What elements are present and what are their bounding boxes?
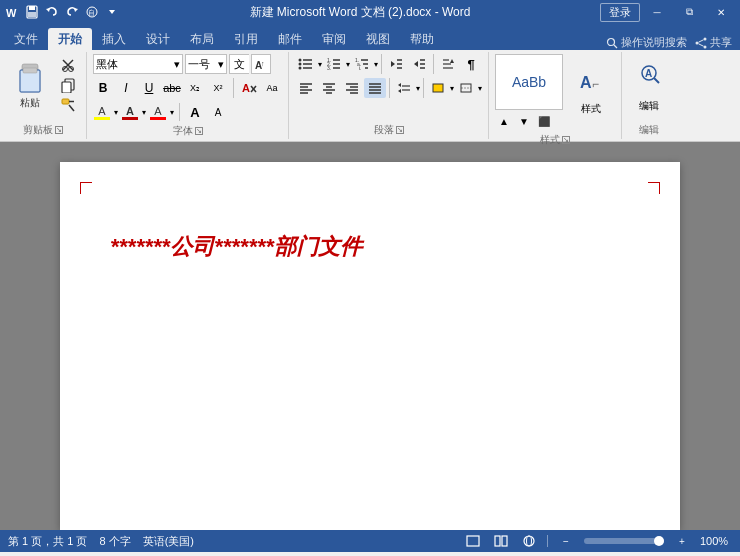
- style-scroll-up[interactable]: ▲: [495, 111, 513, 131]
- bold-button[interactable]: B: [93, 78, 113, 98]
- change-case-button[interactable]: Aa: [262, 78, 282, 98]
- close-button[interactable]: ✕: [706, 0, 736, 24]
- zoom-level[interactable]: 100%: [700, 535, 732, 547]
- zoom-in-btn[interactable]: +: [672, 533, 692, 549]
- svg-rect-27: [62, 82, 71, 93]
- style-gallery[interactable]: AaBb: [495, 54, 563, 110]
- clear-format-button[interactable]: A: [239, 78, 259, 98]
- zoom-slider[interactable]: [584, 538, 664, 544]
- svg-marker-54: [391, 61, 395, 67]
- word-icon: W: [4, 4, 20, 20]
- read-mode-btn[interactable]: [491, 533, 511, 549]
- underline-button[interactable]: U: [139, 78, 159, 98]
- title-bar: W 自 新建 Microsoft Word 文档 (2).docx - Word…: [0, 0, 740, 24]
- font-size-dropdown-icon: ▾: [218, 58, 224, 71]
- tab-view[interactable]: 视图: [356, 28, 400, 50]
- multilevel-button[interactable]: 1.a.i.: [351, 54, 373, 74]
- font-highlight-button[interactable]: A: [93, 104, 111, 121]
- save-icon[interactable]: [24, 4, 40, 20]
- styles-button[interactable]: A ⌐ 样式: [567, 62, 615, 124]
- document-page[interactable]: *******公司*******部门文件: [60, 162, 680, 530]
- highlight-dropdown[interactable]: ▾: [114, 108, 118, 117]
- font-expand[interactable]: ↘: [195, 127, 203, 135]
- style-expand[interactable]: ⬛: [535, 111, 553, 131]
- shrink-font-button[interactable]: A: [208, 102, 228, 122]
- line-spacing-dropdown[interactable]: ▾: [416, 84, 420, 93]
- undo-icon[interactable]: [44, 4, 60, 20]
- font-color-dropdown[interactable]: ▾: [142, 108, 146, 117]
- numbering-dropdown[interactable]: ▾: [346, 60, 350, 69]
- zoom-thumb[interactable]: [654, 536, 664, 546]
- style-scroll-down[interactable]: ▼: [515, 111, 533, 131]
- tab-review[interactable]: 审阅: [312, 28, 356, 50]
- copy-button[interactable]: [56, 76, 80, 95]
- font-name-select[interactable]: 黑体 ▾: [93, 54, 183, 74]
- svg-line-15: [699, 39, 704, 41]
- clipboard-expand[interactable]: ↘: [55, 126, 63, 134]
- format-painter-button[interactable]: [56, 96, 80, 115]
- decrease-indent-button[interactable]: [385, 54, 407, 74]
- document-title[interactable]: *******公司*******部门文件: [110, 232, 630, 262]
- tab-references[interactable]: 引用: [224, 28, 268, 50]
- text-color-button[interactable]: A: [149, 104, 167, 121]
- paste-button[interactable]: 粘贴: [6, 54, 54, 116]
- svg-marker-65: [450, 59, 454, 63]
- web-layout-btn[interactable]: [519, 533, 539, 549]
- clipboard-small-btns: [56, 56, 80, 115]
- language[interactable]: 英语(美国): [143, 534, 194, 549]
- font-size-up-button[interactable]: A↑: [251, 54, 271, 74]
- shading-button[interactable]: [427, 78, 449, 98]
- redo-icon[interactable]: [64, 4, 80, 20]
- search-icon[interactable]: 操作说明搜索: [606, 35, 687, 50]
- tab-home[interactable]: 开始: [48, 28, 92, 50]
- editing-button[interactable]: A 编辑: [628, 57, 670, 119]
- font-color-row: A ▾ A ▾ A ▾ A A: [93, 102, 228, 122]
- align-right-button[interactable]: [341, 78, 363, 98]
- tab-help[interactable]: 帮助: [400, 28, 444, 50]
- font-name-dropdown-icon: ▾: [174, 58, 180, 71]
- restore-button[interactable]: ⧉: [674, 0, 704, 24]
- increase-indent-button[interactable]: [408, 54, 430, 74]
- line-spacing-button[interactable]: [393, 78, 415, 98]
- status-bar: 第 1 页，共 1 页 8 个字 英语(美国) − + 100%: [0, 530, 740, 552]
- italic-button[interactable]: I: [116, 78, 136, 98]
- tab-mailings[interactable]: 邮件: [268, 28, 312, 50]
- styles-content: AaBb ▲ ▼ ⬛ A ⌐ 样式: [495, 54, 615, 131]
- align-center-button[interactable]: [318, 78, 340, 98]
- cut-button[interactable]: [56, 56, 80, 75]
- grow-font-button[interactable]: A: [185, 102, 205, 122]
- wen-button[interactable]: 文: [229, 54, 249, 74]
- styles-expand[interactable]: ↘: [562, 136, 570, 144]
- justify-button[interactable]: [364, 78, 386, 98]
- tab-file[interactable]: 文件: [4, 28, 48, 50]
- multilevel-dropdown[interactable]: ▾: [374, 60, 378, 69]
- tab-layout[interactable]: 布局: [180, 28, 224, 50]
- font-size-select[interactable]: 一号 ▾: [185, 54, 227, 74]
- char-count: 8 个字: [99, 534, 130, 549]
- customize-icon[interactable]: [104, 4, 120, 20]
- minimize-button[interactable]: ─: [642, 0, 672, 24]
- subscript-button[interactable]: X₂: [185, 78, 205, 98]
- shading-dropdown[interactable]: ▾: [450, 84, 454, 93]
- superscript-button[interactable]: X²: [208, 78, 228, 98]
- text-color-dropdown[interactable]: ▾: [170, 108, 174, 117]
- bullets-button[interactable]: [295, 54, 317, 74]
- strikethrough-button[interactable]: abc: [162, 78, 182, 98]
- font-color-button[interactable]: A: [121, 104, 139, 121]
- print-layout-btn[interactable]: [463, 533, 483, 549]
- tab-design[interactable]: 设计: [136, 28, 180, 50]
- tab-insert[interactable]: 插入: [92, 28, 136, 50]
- numbering-button[interactable]: 1.2.3.: [323, 54, 345, 74]
- borders-button[interactable]: [455, 78, 477, 98]
- login-button[interactable]: 登录: [600, 3, 640, 22]
- borders-dropdown[interactable]: ▾: [478, 84, 482, 93]
- svg-line-30: [69, 105, 74, 111]
- align-left-button[interactable]: [295, 78, 317, 98]
- paragraph-expand[interactable]: ↘: [396, 126, 404, 134]
- sort-button[interactable]: [437, 54, 459, 74]
- show-formatting-button[interactable]: ¶: [460, 54, 482, 74]
- svg-point-38: [299, 63, 302, 66]
- share-icon[interactable]: 共享: [695, 35, 732, 50]
- zoom-out-btn[interactable]: −: [556, 533, 576, 549]
- bullets-dropdown[interactable]: ▾: [318, 60, 322, 69]
